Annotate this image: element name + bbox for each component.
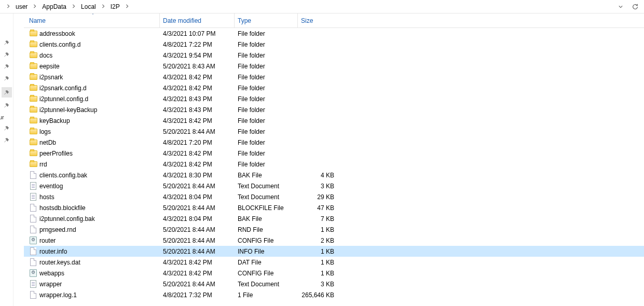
chevron-right-icon[interactable] xyxy=(3,4,13,9)
file-date: 5/20/2021 8:44 AM xyxy=(160,237,235,244)
quick-access-label: ur xyxy=(0,114,4,120)
column-header-type[interactable]: Type xyxy=(235,13,298,27)
pin-icon[interactable] xyxy=(3,51,10,59)
file-date: 4/8/2021 7:20 PM xyxy=(160,139,235,146)
dropdown-button[interactable] xyxy=(615,1,626,12)
file-size: 3 KB xyxy=(298,281,337,288)
file-date: 4/8/2021 7:22 PM xyxy=(160,41,235,48)
file-type: File folder xyxy=(235,85,298,92)
file-name: clients.config.d xyxy=(39,41,80,48)
file-type: INFO File xyxy=(235,248,298,255)
table-row[interactable]: rrd4/3/2021 8:42 PMFile folder xyxy=(24,159,644,170)
table-row[interactable]: clients.config.d4/8/2021 7:22 PMFile fol… xyxy=(24,39,644,50)
table-row[interactable]: i2psnark.config.d4/3/2021 8:42 PMFile fo… xyxy=(24,82,644,93)
breadcrumb-segment[interactable]: user xyxy=(13,2,30,11)
file-date: 5/20/2021 8:44 AM xyxy=(160,248,235,255)
column-header-name[interactable]: ˄ Name xyxy=(26,13,160,27)
file-type: Text Document xyxy=(235,183,298,190)
table-row[interactable]: wrapper5/20/2021 8:44 AMText Document3 K… xyxy=(24,279,644,289)
pin-icon[interactable] xyxy=(3,125,10,132)
sort-indicator-icon: ˄ xyxy=(92,13,94,18)
file-name: eepsite xyxy=(39,63,60,70)
breadcrumb[interactable]: userAppDataLocalI2P xyxy=(3,2,615,11)
chevron-right-icon[interactable] xyxy=(122,4,132,9)
file-date: 5/20/2021 8:44 AM xyxy=(160,183,235,190)
column-headers: ˄ Name Date modified Type Size xyxy=(24,13,644,28)
file-date: 5/20/2021 8:44 AM xyxy=(160,281,235,288)
breadcrumb-segment[interactable]: I2P xyxy=(108,2,122,11)
chevron-right-icon[interactable] xyxy=(98,4,108,9)
table-row[interactable]: router.info5/20/2021 8:44 AMINFO File1 K… xyxy=(24,246,644,257)
table-row[interactable]: netDb4/8/2021 7:20 PMFile folder xyxy=(24,137,644,148)
pin-icon[interactable] xyxy=(3,137,10,144)
address-bar[interactable]: userAppDataLocalI2P xyxy=(0,0,644,13)
table-row[interactable]: i2ptunnel.config.bak4/3/2021 8:04 PMBAK … xyxy=(24,213,644,224)
table-row[interactable]: prngseed.rnd5/20/2021 8:44 AMRND File1 K… xyxy=(24,224,644,235)
file-date: 4/3/2021 10:07 PM xyxy=(160,30,235,37)
file-type: File folder xyxy=(235,150,298,157)
table-row[interactable]: addressbook4/3/2021 10:07 PMFile folder xyxy=(24,28,644,39)
file-date: 4/8/2021 7:32 PM xyxy=(160,291,235,299)
pin-icon[interactable] xyxy=(3,102,10,109)
table-row[interactable]: clients.config.bak4/3/2021 8:30 PMBAK Fi… xyxy=(24,170,644,180)
breadcrumb-segment[interactable]: AppData xyxy=(40,2,68,11)
file-name: prngseed.rnd xyxy=(39,226,76,233)
refresh-button[interactable] xyxy=(629,1,641,12)
table-row[interactable]: eventlog5/20/2021 8:44 AMText Document3 … xyxy=(24,180,644,191)
table-row[interactable]: i2ptunnel.config.d4/3/2021 8:43 PMFile f… xyxy=(24,93,644,104)
table-row[interactable]: webapps4/3/2021 8:42 PMCONFIG File1 KB xyxy=(24,268,644,279)
file-size: 3 KB xyxy=(298,183,337,190)
table-row[interactable]: i2ptunnel-keyBackup4/3/2021 8:43 PMFile … xyxy=(24,104,644,115)
table-row[interactable]: docs4/3/2021 9:54 PMFile folder xyxy=(24,50,644,61)
file-date: 4/3/2021 8:42 PM xyxy=(160,150,235,157)
file-type: File folder xyxy=(235,95,298,103)
file-date: 5/20/2021 8:44 AM xyxy=(160,204,235,212)
folder-icon xyxy=(29,138,37,147)
table-row[interactable]: router.keys.dat4/3/2021 8:42 PMDAT File1… xyxy=(24,257,644,268)
folder-icon xyxy=(29,117,37,125)
breadcrumb-segment[interactable]: Local xyxy=(79,2,98,11)
file-name: netDb xyxy=(39,139,56,146)
pin-icon[interactable] xyxy=(3,39,10,47)
table-row[interactable]: keyBackup4/3/2021 8:42 PMFile folder xyxy=(24,115,644,126)
file-size: 2 KB xyxy=(298,237,337,244)
file-name: wrapper.log.1 xyxy=(39,291,77,299)
config-file-icon xyxy=(29,237,37,245)
file-name: hostsdb.blockfile xyxy=(39,204,86,212)
table-row[interactable]: i2psnark4/3/2021 8:42 PMFile folder xyxy=(24,72,644,82)
chevron-right-icon[interactable] xyxy=(68,4,79,9)
folder-icon xyxy=(29,51,37,60)
column-header-date[interactable]: Date modified xyxy=(160,13,235,27)
file-type: File folder xyxy=(235,41,298,48)
table-row[interactable]: logs5/20/2021 8:44 AMFile folder xyxy=(24,126,644,137)
table-row[interactable]: wrapper.log.14/8/2021 7:32 PM1 File265,6… xyxy=(24,289,644,300)
file-type: File folder xyxy=(235,139,298,146)
pin-icon[interactable] xyxy=(2,87,12,98)
file-date: 4/3/2021 8:42 PM xyxy=(160,270,235,277)
file-name: i2ptunnel.config.bak xyxy=(39,215,95,222)
file-list[interactable]: addressbook4/3/2021 10:07 PMFile folderc… xyxy=(24,28,644,306)
table-row[interactable]: peerProfiles4/3/2021 8:42 PMFile folder xyxy=(24,148,644,159)
text-file-icon xyxy=(29,193,37,201)
pin-icon[interactable] xyxy=(3,75,10,82)
file-date: 5/20/2021 8:44 AM xyxy=(160,226,235,233)
config-file-icon xyxy=(29,269,37,277)
table-row[interactable]: hosts4/3/2021 8:04 PMText Document29 KB xyxy=(24,191,644,202)
file-date: 4/3/2021 8:42 PM xyxy=(160,85,235,92)
file-icon xyxy=(29,247,37,256)
file-type: Text Document xyxy=(235,281,298,288)
folder-icon xyxy=(29,106,37,114)
file-size: 265,646 KB xyxy=(298,291,337,299)
table-row[interactable]: eepsite5/20/2021 8:43 AMFile folder xyxy=(24,61,644,72)
pin-icon[interactable] xyxy=(3,63,10,71)
file-date: 4/3/2021 8:42 PM xyxy=(160,161,235,168)
chevron-right-icon[interactable] xyxy=(30,4,40,9)
file-name: i2ptunnel-keyBackup xyxy=(39,106,97,114)
file-type: File folder xyxy=(235,161,298,168)
file-icon xyxy=(29,226,37,234)
file-date: 5/20/2021 8:44 AM xyxy=(160,128,235,135)
table-row[interactable]: router5/20/2021 8:44 AMCONFIG File2 KB xyxy=(24,235,644,246)
table-row[interactable]: hostsdb.blockfile5/20/2021 8:44 AMBLOCKF… xyxy=(24,202,644,213)
column-header-size[interactable]: Size xyxy=(298,13,337,27)
file-date: 4/3/2021 9:54 PM xyxy=(160,52,235,59)
